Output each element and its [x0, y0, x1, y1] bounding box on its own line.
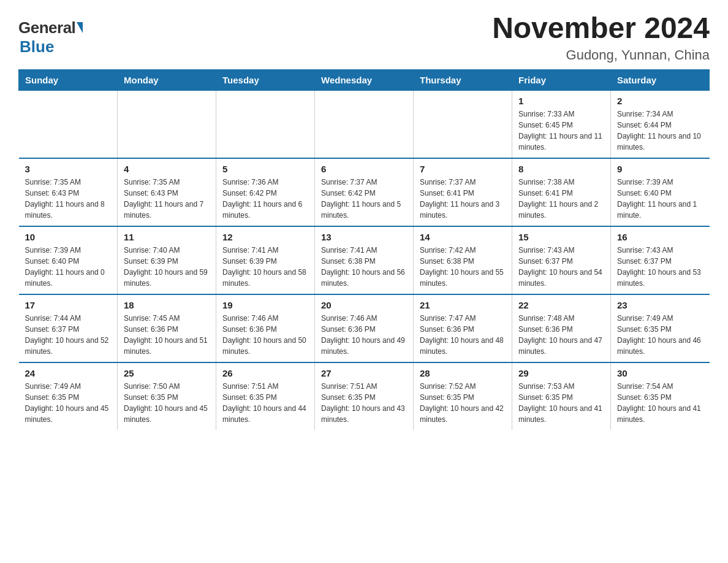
- day-info: Sunrise: 7:43 AMSunset: 6:37 PMDaylight:…: [518, 245, 604, 289]
- day-number: 10: [25, 232, 112, 242]
- day-number: 18: [124, 300, 210, 310]
- calendar-cell: 28Sunrise: 7:52 AMSunset: 6:35 PMDayligh…: [414, 362, 512, 430]
- day-info: Sunrise: 7:38 AMSunset: 6:41 PMDaylight:…: [518, 177, 604, 221]
- day-number: 20: [321, 300, 407, 310]
- day-number: 12: [222, 232, 308, 242]
- day-info: Sunrise: 7:49 AMSunset: 6:35 PMDaylight:…: [25, 381, 112, 425]
- day-number: 9: [617, 164, 703, 174]
- calendar-cell: 4Sunrise: 7:35 AMSunset: 6:43 PMDaylight…: [118, 158, 216, 226]
- calendar-cell: 15Sunrise: 7:43 AMSunset: 6:37 PMDayligh…: [512, 226, 611, 294]
- day-info: Sunrise: 7:43 AMSunset: 6:37 PMDaylight:…: [617, 245, 703, 289]
- calendar-week-row: 17Sunrise: 7:44 AMSunset: 6:37 PMDayligh…: [19, 294, 710, 362]
- calendar-cell: 29Sunrise: 7:53 AMSunset: 6:35 PMDayligh…: [512, 362, 611, 430]
- day-number: 27: [321, 368, 407, 378]
- day-info: Sunrise: 7:34 AMSunset: 6:44 PMDaylight:…: [617, 109, 703, 153]
- calendar-subtitle: Gudong, Yunnan, China: [492, 47, 710, 63]
- logo-arrow-icon: [77, 22, 83, 33]
- day-number: 3: [25, 164, 112, 174]
- day-number: 4: [124, 164, 210, 174]
- day-info: Sunrise: 7:51 AMSunset: 6:35 PMDaylight:…: [222, 381, 308, 425]
- calendar-cell: 12Sunrise: 7:41 AMSunset: 6:39 PMDayligh…: [216, 226, 315, 294]
- calendar-cell: 8Sunrise: 7:38 AMSunset: 6:41 PMDaylight…: [512, 158, 611, 226]
- day-info: Sunrise: 7:50 AMSunset: 6:35 PMDaylight:…: [124, 381, 210, 425]
- day-number: 24: [25, 368, 112, 378]
- calendar-cell: 24Sunrise: 7:49 AMSunset: 6:35 PMDayligh…: [19, 362, 118, 430]
- calendar-week-row: 1Sunrise: 7:33 AMSunset: 6:45 PMDaylight…: [19, 90, 710, 158]
- logo-general-text: General: [18, 18, 75, 37]
- calendar-cell: 2Sunrise: 7:34 AMSunset: 6:44 PMDaylight…: [611, 90, 710, 158]
- day-info: Sunrise: 7:42 AMSunset: 6:38 PMDaylight:…: [420, 245, 506, 289]
- calendar-cell: 6Sunrise: 7:37 AMSunset: 6:42 PMDaylight…: [315, 158, 414, 226]
- calendar-cell: 16Sunrise: 7:43 AMSunset: 6:37 PMDayligh…: [611, 226, 710, 294]
- day-info: Sunrise: 7:35 AMSunset: 6:43 PMDaylight:…: [124, 177, 210, 221]
- day-info: Sunrise: 7:48 AMSunset: 6:36 PMDaylight:…: [518, 313, 604, 357]
- day-number: 26: [222, 368, 308, 378]
- day-number: 23: [617, 300, 703, 310]
- day-info: Sunrise: 7:37 AMSunset: 6:41 PMDaylight:…: [420, 177, 506, 221]
- day-info: Sunrise: 7:40 AMSunset: 6:39 PMDaylight:…: [124, 245, 210, 289]
- calendar-cell: 26Sunrise: 7:51 AMSunset: 6:35 PMDayligh…: [216, 362, 315, 430]
- calendar-cell: 7Sunrise: 7:37 AMSunset: 6:41 PMDaylight…: [414, 158, 512, 226]
- day-number: 28: [420, 368, 506, 378]
- day-number: 11: [124, 232, 210, 242]
- calendar-cell: [414, 90, 512, 158]
- calendar-cell: 9Sunrise: 7:39 AMSunset: 6:40 PMDaylight…: [611, 158, 710, 226]
- logo: General Blue: [18, 18, 83, 56]
- day-info: Sunrise: 7:36 AMSunset: 6:42 PMDaylight:…: [222, 177, 308, 221]
- day-info: Sunrise: 7:46 AMSunset: 6:36 PMDaylight:…: [321, 313, 407, 357]
- calendar-header-thursday: Thursday: [414, 69, 512, 90]
- day-number: 25: [124, 368, 210, 378]
- logo-blue-text: Blue: [20, 37, 54, 56]
- calendar-cell: 20Sunrise: 7:46 AMSunset: 6:36 PMDayligh…: [315, 294, 414, 362]
- calendar-cell: 30Sunrise: 7:54 AMSunset: 6:35 PMDayligh…: [611, 362, 710, 430]
- day-info: Sunrise: 7:47 AMSunset: 6:36 PMDaylight:…: [420, 313, 506, 357]
- calendar-cell: 17Sunrise: 7:44 AMSunset: 6:37 PMDayligh…: [19, 294, 118, 362]
- day-number: 17: [25, 300, 112, 310]
- calendar-cell: 23Sunrise: 7:49 AMSunset: 6:35 PMDayligh…: [611, 294, 710, 362]
- day-info: Sunrise: 7:54 AMSunset: 6:35 PMDaylight:…: [617, 381, 703, 425]
- day-number: 2: [617, 96, 703, 106]
- day-info: Sunrise: 7:41 AMSunset: 6:38 PMDaylight:…: [321, 245, 407, 289]
- calendar-header-monday: Monday: [118, 69, 216, 90]
- calendar-table: SundayMondayTuesdayWednesdayThursdayFrid…: [18, 69, 710, 430]
- day-number: 30: [617, 368, 703, 378]
- calendar-cell: 11Sunrise: 7:40 AMSunset: 6:39 PMDayligh…: [118, 226, 216, 294]
- day-info: Sunrise: 7:37 AMSunset: 6:42 PMDaylight:…: [321, 177, 407, 221]
- calendar-cell: 21Sunrise: 7:47 AMSunset: 6:36 PMDayligh…: [414, 294, 512, 362]
- day-info: Sunrise: 7:39 AMSunset: 6:40 PMDaylight:…: [25, 245, 112, 289]
- day-info: Sunrise: 7:35 AMSunset: 6:43 PMDaylight:…: [25, 177, 112, 221]
- calendar-cell: [118, 90, 216, 158]
- calendar-week-row: 10Sunrise: 7:39 AMSunset: 6:40 PMDayligh…: [19, 226, 710, 294]
- day-number: 7: [420, 164, 506, 174]
- day-info: Sunrise: 7:39 AMSunset: 6:40 PMDaylight:…: [617, 177, 703, 221]
- day-number: 29: [518, 368, 604, 378]
- calendar-header-tuesday: Tuesday: [216, 69, 315, 90]
- calendar-cell: 1Sunrise: 7:33 AMSunset: 6:45 PMDaylight…: [512, 90, 611, 158]
- day-info: Sunrise: 7:33 AMSunset: 6:45 PMDaylight:…: [518, 109, 604, 153]
- calendar-header-row: SundayMondayTuesdayWednesdayThursdayFrid…: [19, 69, 710, 90]
- calendar-cell: [216, 90, 315, 158]
- calendar-header-wednesday: Wednesday: [315, 69, 414, 90]
- day-info: Sunrise: 7:52 AMSunset: 6:35 PMDaylight:…: [420, 381, 506, 425]
- calendar-cell: 14Sunrise: 7:42 AMSunset: 6:38 PMDayligh…: [414, 226, 512, 294]
- calendar-cell: [19, 90, 118, 158]
- day-number: 1: [518, 96, 604, 106]
- day-number: 19: [222, 300, 308, 310]
- calendar-week-row: 3Sunrise: 7:35 AMSunset: 6:43 PMDaylight…: [19, 158, 710, 226]
- day-info: Sunrise: 7:41 AMSunset: 6:39 PMDaylight:…: [222, 245, 308, 289]
- calendar-cell: 22Sunrise: 7:48 AMSunset: 6:36 PMDayligh…: [512, 294, 611, 362]
- day-info: Sunrise: 7:49 AMSunset: 6:35 PMDaylight:…: [617, 313, 703, 357]
- calendar-header-sunday: Sunday: [19, 69, 118, 90]
- calendar-week-row: 24Sunrise: 7:49 AMSunset: 6:35 PMDayligh…: [19, 362, 710, 430]
- day-info: Sunrise: 7:46 AMSunset: 6:36 PMDaylight:…: [222, 313, 308, 357]
- calendar-cell: 18Sunrise: 7:45 AMSunset: 6:36 PMDayligh…: [118, 294, 216, 362]
- day-info: Sunrise: 7:44 AMSunset: 6:37 PMDaylight:…: [25, 313, 112, 357]
- calendar-header-saturday: Saturday: [611, 69, 710, 90]
- day-number: 8: [518, 164, 604, 174]
- day-number: 13: [321, 232, 407, 242]
- calendar-cell: [315, 90, 414, 158]
- day-number: 5: [222, 164, 308, 174]
- day-number: 22: [518, 300, 604, 310]
- day-number: 16: [617, 232, 703, 242]
- day-number: 21: [420, 300, 506, 310]
